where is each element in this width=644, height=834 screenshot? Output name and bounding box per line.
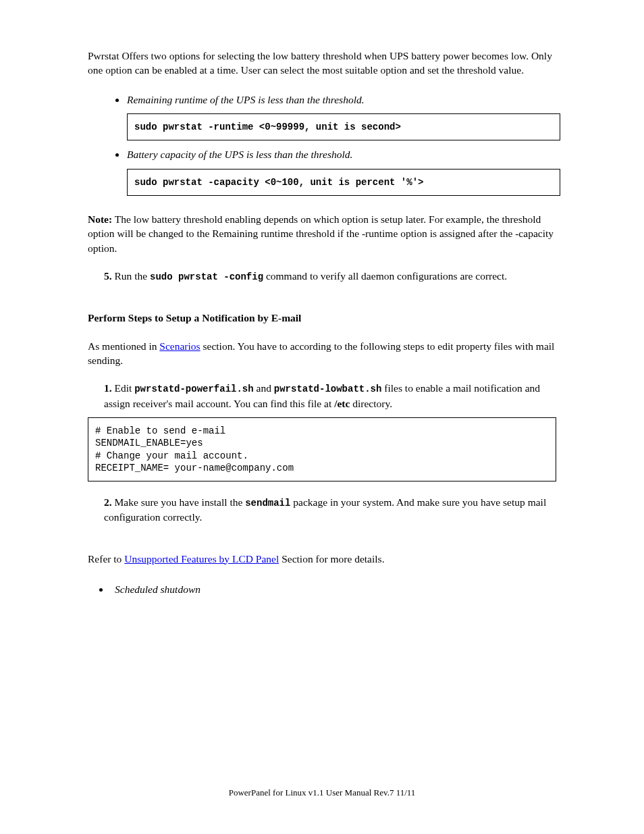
step-5: 5. Run the sudo pwrstat -config command … [104,269,556,284]
option-runtime-heading: Remaining runtime of the UPS is less tha… [127,93,556,107]
note-paragraph: Note: The low battery threshold enabling… [88,212,556,255]
codebox-runtime: sudo pwrstat -runtime <0~99999, unit is … [127,113,560,140]
unavailable-intro: Refer to Unsupported Features by LCD Pan… [88,552,556,566]
section-heading-email: Perform Steps to Setup a Notification by… [88,311,556,325]
option-capacity-heading: Battery capacity of the UPS is less than… [127,147,556,161]
codebox-mail-config: # Enable to send e-mail SENDMAIL_ENABLE=… [88,417,556,481]
unavailable-item-scheduled-shutdown: Scheduled shutdown [111,581,556,596]
link-unsupported-features[interactable]: Unsupported Features by LCD Panel [124,553,279,565]
codebox-capacity: sudo pwrstat -capacity <0~100, unit is p… [127,169,560,196]
page-footer: PowerPanel for Linux v1.1 User Manual Re… [0,787,644,799]
email-intro-paragraph: As mentioned in Scenarios section. You h… [88,339,556,368]
options-list: Remaining runtime of the UPS is less tha… [88,91,556,196]
intro-paragraph: Pwrstat Offers two options for selecting… [88,49,556,78]
step-1: 1. Edit pwrstatd-powerfail.sh and pwrsta… [104,381,556,411]
page: Pwrstat Offers two options for selecting… [0,0,644,834]
unavailable-list: Scheduled shutdown [88,581,556,596]
step-2: 2. Make sure you have install the sendma… [104,495,556,525]
option-runtime: Remaining runtime of the UPS is less tha… [127,91,556,141]
link-scenarios[interactable]: Scenarios [159,340,200,352]
option-capacity: Battery capacity of the UPS is less than… [127,146,556,196]
